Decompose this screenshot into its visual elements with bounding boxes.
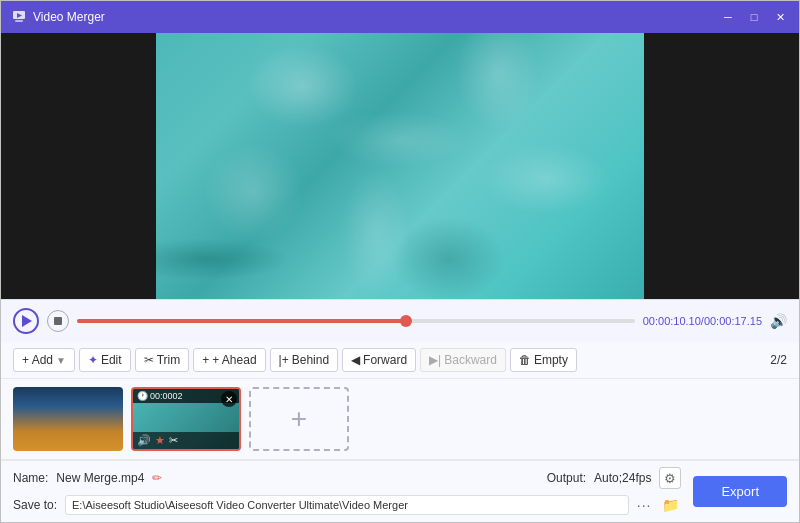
name-label: Name:	[13, 471, 48, 485]
ahead-icon: +	[202, 353, 209, 367]
edit-label: Edit	[101, 353, 122, 367]
progress-bar[interactable]	[77, 319, 635, 323]
progress-fill	[77, 319, 406, 323]
save-label: Save to:	[13, 498, 57, 512]
ahead-label: + Ahead	[212, 353, 256, 367]
clock-icon: 🕐	[137, 391, 148, 401]
clip-1[interactable]	[13, 387, 123, 451]
title-bar: Video Merger ─ □ ✕	[1, 1, 799, 33]
scissors-icon: ✂	[169, 434, 178, 447]
forward-icon: ◀	[351, 353, 360, 367]
svg-rect-1	[15, 20, 23, 22]
name-value: New Merge.mp4	[56, 471, 144, 485]
video-content	[156, 33, 644, 299]
bottom-info: Name: New Merge.mp4 ✏ Output: Auto;24fps…	[13, 467, 681, 516]
maximize-button[interactable]: □	[745, 8, 763, 26]
output-label: Output:	[547, 471, 586, 485]
video-preview	[1, 33, 799, 299]
video-black-left	[1, 33, 156, 299]
minimize-button[interactable]: ─	[719, 8, 737, 26]
add-label: + Add	[22, 353, 53, 367]
forward-label: Forward	[363, 353, 407, 367]
behind-label: Behind	[292, 353, 329, 367]
app-icon	[11, 9, 27, 25]
clip-2[interactable]: 🕐 00:0002 🔊 ★ ✂ ✕	[131, 387, 241, 451]
behind-icon: |+	[279, 353, 289, 367]
add-clip-button[interactable]: +	[249, 387, 349, 451]
window-controls: ─ □ ✕	[719, 8, 789, 26]
clip-2-time-value: 00:0002	[150, 391, 183, 401]
stop-button[interactable]	[47, 310, 69, 332]
video-black-right	[644, 33, 799, 299]
timeline: 🕐 00:0002 🔊 ★ ✂ ✕ +	[1, 379, 799, 460]
control-bar: 00:00:10.10/00:00:17.15 🔊	[1, 299, 799, 342]
ahead-button[interactable]: + + Ahead	[193, 348, 265, 372]
empty-icon: 🗑	[519, 353, 531, 367]
add-button[interactable]: + Add ▼	[13, 348, 75, 372]
forward-button[interactable]: ◀ Forward	[342, 348, 416, 372]
export-button[interactable]: Export	[693, 476, 787, 507]
page-indicator: 2/2	[770, 353, 787, 367]
trim-icon: ✂	[144, 353, 154, 367]
play-button[interactable]	[13, 308, 39, 334]
folder-button[interactable]: 📁	[659, 494, 681, 516]
edit-icon: ✦	[88, 353, 98, 367]
bottom-bar: Name: New Merge.mp4 ✏ Output: Auto;24fps…	[1, 460, 799, 522]
close-button[interactable]: ✕	[771, 8, 789, 26]
output-settings-button[interactable]: ⚙	[659, 467, 681, 489]
time-display: 00:00:10.10/00:00:17.15	[643, 315, 762, 327]
main-window: Video Merger ─ □ ✕ 00:00:10.10/00:00:17.…	[0, 0, 800, 523]
empty-button[interactable]: 🗑 Empty	[510, 348, 577, 372]
progress-thumb[interactable]	[400, 315, 412, 327]
name-edit-icon[interactable]: ✏	[152, 471, 162, 485]
volume-icon[interactable]: 🔊	[770, 313, 787, 329]
backward-button[interactable]: ▶| Backward	[420, 348, 506, 372]
clip-2-close-button[interactable]: ✕	[221, 391, 237, 407]
play-icon	[22, 315, 32, 327]
video-frame	[156, 33, 644, 299]
more-button[interactable]: ···	[637, 497, 652, 513]
window-title: Video Merger	[33, 10, 719, 24]
save-path: E:\Aiseesoft Studio\Aiseesoft Video Conv…	[65, 495, 629, 515]
toolbar: + Add ▼ ✦ Edit ✂ Trim + + Ahead |+ Behin…	[1, 342, 799, 379]
output-value: Auto;24fps	[594, 471, 651, 485]
edit-button[interactable]: ✦ Edit	[79, 348, 131, 372]
backward-label: Backward	[444, 353, 497, 367]
behind-button[interactable]: |+ Behind	[270, 348, 339, 372]
backward-icon: ▶|	[429, 353, 441, 367]
star-icon: ★	[155, 434, 165, 447]
name-row: Name: New Merge.mp4 ✏ Output: Auto;24fps…	[13, 467, 681, 489]
save-row: Save to: E:\Aiseesoft Studio\Aiseesoft V…	[13, 494, 681, 516]
audio-icon: 🔊	[137, 434, 151, 447]
empty-label: Empty	[534, 353, 568, 367]
stop-icon	[54, 317, 62, 325]
trim-button[interactable]: ✂ Trim	[135, 348, 190, 372]
bottom-main: Name: New Merge.mp4 ✏ Output: Auto;24fps…	[13, 467, 787, 516]
add-clip-icon: +	[291, 403, 307, 435]
clip-2-controls: 🔊 ★ ✂	[133, 432, 239, 449]
trim-label: Trim	[157, 353, 181, 367]
add-dropdown-icon[interactable]: ▼	[56, 355, 66, 366]
